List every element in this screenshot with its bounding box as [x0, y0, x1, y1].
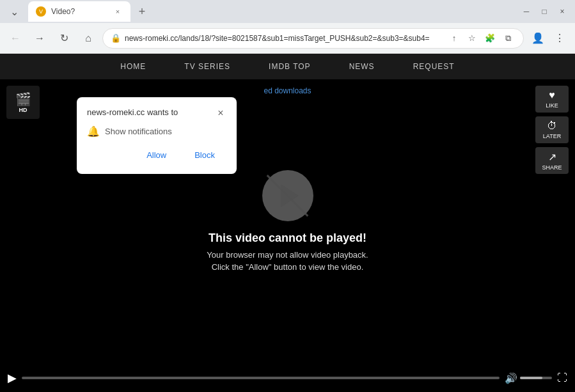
- fullscreen-btn[interactable]: ⛶: [557, 372, 567, 384]
- popup-close-btn[interactable]: ×: [215, 107, 226, 119]
- bell-icon: 🔔: [87, 125, 100, 137]
- video-error-line2: Click the "Allow" button to view the vid…: [207, 261, 368, 274]
- video-error-line1: Your browser may not allow video playbac…: [207, 249, 368, 262]
- back-btn[interactable]: ←: [5, 28, 26, 49]
- nav-home[interactable]: HOME: [120, 62, 146, 71]
- volume-btn[interactable]: 🔊: [505, 372, 517, 384]
- hd-badge: 🎬 HD: [6, 86, 40, 119]
- share-icon: ↗: [548, 151, 556, 163]
- later-label: LATER: [543, 133, 561, 139]
- url-bar[interactable]: 🔒 news-romeki.cc/lands/18/?site=8021587&…: [102, 28, 524, 49]
- refresh-btn[interactable]: ↻: [54, 28, 74, 49]
- browser-action-buttons: 👤 ⋮: [528, 28, 570, 49]
- popup-notification-row: 🔔 Show notifications: [87, 125, 226, 137]
- browser-window: ⌄ V Video? × + ─ □ × ← → ↻ ⌂ 🔒 news-rome…: [0, 0, 575, 392]
- play-pause-btn[interactable]: ▶: [8, 371, 17, 385]
- tab-favicon: V: [36, 6, 46, 17]
- tab-list-btn[interactable]: ⌄: [5, 3, 23, 20]
- like-label: LIKE: [546, 102, 558, 109]
- video-sidebar: ♥ LIKE ⏱ LATER ↗ SHARE: [535, 86, 569, 174]
- share-url-btn[interactable]: ↑: [446, 31, 462, 46]
- maximize-btn[interactable]: □: [537, 4, 552, 19]
- video-error-title: This video cannot be played!: [207, 231, 368, 245]
- volume-bar[interactable]: [520, 377, 552, 379]
- volume-fill: [520, 377, 542, 379]
- film-icon: 🎬: [15, 91, 31, 107]
- home-btn[interactable]: ⌂: [78, 28, 98, 49]
- title-bar: ⌄ V Video? × + ─ □ ×: [0, 0, 575, 23]
- bookmark-btn[interactable]: ☆: [464, 31, 480, 46]
- video-error-center: This video cannot be played! Your browse…: [207, 170, 368, 274]
- share-btn[interactable]: ↗ SHARE: [535, 147, 569, 174]
- extensions-btn[interactable]: 🧩: [482, 31, 498, 46]
- tab-bar: V Video? × +: [28, 1, 514, 22]
- video-progress-bar[interactable]: [22, 377, 500, 379]
- video-error-text: This video cannot be played! Your browse…: [207, 231, 368, 274]
- downloads-link[interactable]: ed downloads: [264, 86, 311, 95]
- tab-close-btn[interactable]: ×: [113, 6, 123, 17]
- menu-btn[interactable]: ⋮: [549, 28, 570, 49]
- site-navigation: HOME TV SERIES IMDB TOP NEWS REQUEST: [0, 54, 575, 79]
- active-tab[interactable]: V Video? ×: [28, 1, 130, 22]
- volume-area: 🔊: [505, 372, 552, 384]
- forward-btn[interactable]: →: [29, 28, 50, 49]
- minimize-btn[interactable]: ─: [519, 4, 534, 19]
- notification-popup: news-romeki.cc wants to × 🔔 Show notific…: [77, 97, 237, 174]
- nav-request[interactable]: REQUEST: [413, 62, 455, 71]
- address-bar: ← → ↻ ⌂ 🔒 news-romeki.cc/lands/18/?site=…: [0, 23, 575, 54]
- share-label: SHARE: [542, 164, 562, 171]
- split-view-btn[interactable]: ⧉: [500, 31, 516, 46]
- downloads-area: ed downloads: [258, 79, 316, 101]
- tab-title: Video?: [51, 7, 107, 16]
- close-btn[interactable]: ×: [555, 4, 570, 19]
- nav-imdb-top[interactable]: IMDB TOP: [269, 62, 311, 71]
- later-btn[interactable]: ⏱ LATER: [535, 116, 569, 143]
- play-circle: [262, 170, 313, 221]
- nav-tv-series[interactable]: TV SERIES: [184, 62, 230, 71]
- window-left-controls: ⌄: [5, 3, 23, 20]
- window-controls: ─ □ ×: [519, 4, 570, 19]
- like-btn[interactable]: ♥ LIKE: [535, 86, 569, 113]
- popup-header: news-romeki.cc wants to ×: [87, 107, 226, 119]
- url-action-icons: ↑ ☆ 🧩 ⧉: [446, 31, 516, 46]
- new-tab-btn[interactable]: +: [133, 3, 151, 20]
- popup-buttons: Allow Block: [87, 146, 226, 164]
- popup-title: news-romeki.cc wants to: [87, 107, 178, 117]
- block-button[interactable]: Block: [183, 146, 226, 164]
- hd-label: HD: [19, 107, 28, 113]
- url-text: news-romeki.cc/lands/18/?site=8021587&su…: [125, 34, 443, 43]
- nav-news[interactable]: NEWS: [349, 62, 375, 71]
- slash-overlay: [267, 175, 309, 217]
- video-controls: ▶ 🔊 ⛶: [0, 364, 575, 392]
- heart-icon: ♥: [549, 90, 555, 101]
- clock-icon: ⏱: [547, 120, 557, 132]
- allow-button[interactable]: Allow: [135, 146, 178, 164]
- profile-btn[interactable]: 👤: [528, 28, 548, 49]
- website-content: news-romeki.cc wants to × 🔔 Show notific…: [0, 54, 575, 392]
- popup-notification-label: Show notifications: [105, 127, 172, 136]
